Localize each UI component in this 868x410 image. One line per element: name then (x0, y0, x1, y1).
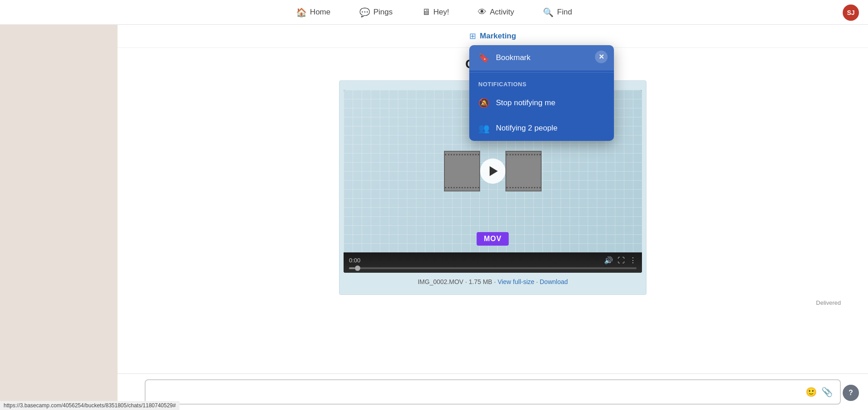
main-layout: ⊞ Marketing Campfire MOV (0, 25, 868, 410)
nav-hey-label: Hey! (434, 8, 449, 17)
file-separator-1: · (465, 278, 469, 285)
film-strip (444, 151, 542, 191)
help-icon: ? (849, 389, 853, 397)
nav-find-label: Find (557, 8, 572, 17)
emoji-icon[interactable]: 🙂 (806, 387, 817, 397)
home-icon: 🏠 (296, 7, 307, 18)
project-header: ⊞ Marketing (118, 25, 868, 48)
people-icon: 👥 (478, 123, 490, 134)
nav-activity-label: Activity (490, 8, 514, 17)
download-link[interactable]: Download (540, 278, 568, 285)
video-controls: 0:00 🔊 ⛶ ⋮ (344, 252, 642, 273)
context-menu: ✕ 🔖 Bookmark Notifications 🔕 Stop notify… (469, 45, 614, 141)
view-fullsize-link[interactable]: View full-size (498, 278, 534, 285)
file-info: IMG_0002.MOV · 1.75 MB · View full-size … (418, 278, 568, 285)
hey-icon: 🖥 (422, 7, 430, 17)
controls-row: 0:00 🔊 ⛶ ⋮ (349, 256, 637, 265)
status-bar: https://3.basecamp.com/4056254/buckets/8… (0, 401, 179, 410)
project-title[interactable]: Marketing (480, 32, 516, 41)
left-sidebar (0, 25, 118, 410)
chat-input-box[interactable]: 🙂 📎 (145, 379, 841, 405)
volume-icon[interactable]: 🔊 (604, 256, 613, 265)
nav-find[interactable]: 🔍 Find (538, 5, 577, 20)
nav-activity[interactable]: 👁 Activity (472, 5, 519, 20)
fullscreen-icon[interactable]: ⛶ (618, 256, 625, 265)
chat-input-bar: 🙂 📎 (118, 373, 868, 410)
bell-off-icon: 🔕 (478, 98, 490, 108)
chat-input-field[interactable] (153, 388, 806, 396)
notifications-section-label: Notifications (469, 75, 614, 90)
mov-badge: MOV (476, 232, 509, 246)
progress-dot (355, 266, 360, 271)
close-button[interactable]: ✕ (595, 51, 608, 63)
help-button[interactable]: ? (843, 385, 859, 401)
stop-notifying-label: Stop notifying me (496, 98, 555, 107)
stop-notifying-menu-item[interactable]: 🔕 Stop notifying me (469, 90, 614, 116)
bookmark-menu-item[interactable]: 🔖 Bookmark (469, 45, 614, 70)
play-button[interactable] (480, 158, 505, 184)
find-icon: 🔍 (543, 7, 554, 18)
file-separator-2: · (494, 278, 498, 285)
chat-input-icons: 🙂 📎 (806, 387, 833, 397)
file-separator-3: · (536, 278, 540, 285)
notifying-label: Notifying 2 people (496, 124, 557, 133)
controls-icons: 🔊 ⛶ ⋮ (604, 256, 637, 265)
notifying-people-menu-item[interactable]: 👥 Notifying 2 people (469, 116, 614, 141)
menu-divider (469, 72, 614, 73)
film-frame-right (505, 151, 542, 191)
bookmark-icon: 🔖 (478, 52, 490, 63)
avatar-initials: SJ (847, 9, 854, 16)
nav-hey[interactable]: 🖥 Hey! (416, 5, 455, 20)
nav-home[interactable]: 🏠 Home (291, 5, 336, 20)
bookmark-label: Bookmark (496, 53, 531, 62)
delivered-status: Delivered (145, 299, 841, 306)
user-avatar[interactable]: SJ (843, 5, 859, 21)
progress-bar[interactable] (349, 267, 637, 269)
video-time: 0:00 (349, 257, 360, 264)
nav-pings[interactable]: 💬 Pings (354, 5, 398, 20)
filesize: 1.75 MB (469, 278, 492, 285)
pings-icon: 💬 (359, 7, 370, 18)
status-url: https://3.basecamp.com/4056254/buckets/8… (4, 402, 176, 409)
filename: IMG_0002.MOV (418, 278, 463, 285)
top-navigation: 🏠 Home 💬 Pings 🖥 Hey! 👁 Activity 🔍 Find … (0, 0, 868, 25)
nav-home-label: Home (310, 8, 330, 17)
film-frame-left (444, 151, 480, 191)
progress-fill (349, 267, 355, 269)
nav-pings-label: Pings (373, 8, 393, 17)
activity-icon: 👁 (478, 7, 486, 17)
attachment-icon[interactable]: 📎 (821, 387, 833, 397)
more-options-icon[interactable]: ⋮ (629, 256, 637, 265)
project-icon: ⊞ (469, 31, 476, 41)
